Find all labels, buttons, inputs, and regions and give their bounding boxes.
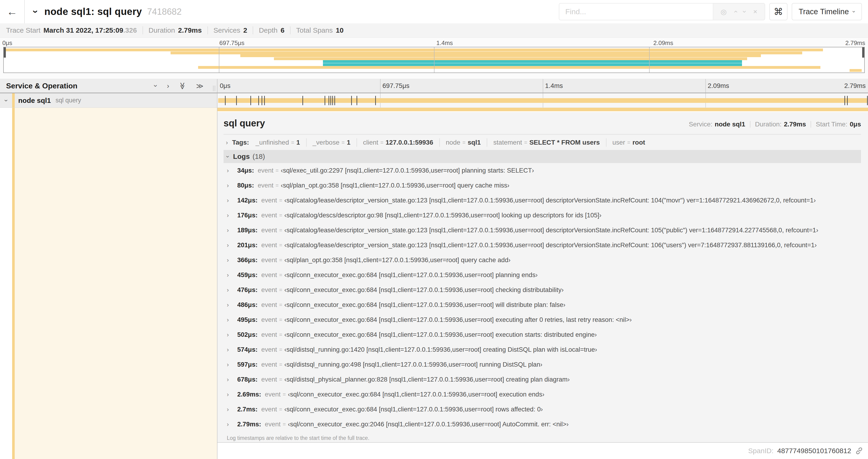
log-entry-row[interactable]: ›574μs:event=‹sql/distsql_running.go:142…	[223, 342, 861, 357]
collapse-all-icon[interactable]: ≫	[179, 82, 187, 89]
column-resize-handle[interactable]	[213, 86, 215, 91]
log-marker[interactable]	[258, 96, 259, 105]
timeline-grid-header: Service & Operation › › ≫ ≫ 0μs697.75μs1…	[0, 79, 868, 93]
log-expand-chevron-icon[interactable]: ›	[227, 331, 229, 338]
log-expand-chevron-icon[interactable]: ›	[227, 227, 229, 234]
log-expand-chevron-icon[interactable]: ›	[227, 257, 229, 264]
log-marker[interactable]	[225, 96, 226, 105]
log-expand-chevron-icon[interactable]: ›	[227, 197, 229, 204]
log-entry-row[interactable]: ›366μs:event=‹sql/plan_opt.go:358 [nsql1…	[223, 253, 861, 267]
minimap-span-bar	[323, 60, 742, 63]
log-entry-row[interactable]: ›176μs:event=‹sql/catalog/descs/descript…	[223, 208, 861, 223]
log-expand-chevron-icon[interactable]: ›	[227, 391, 229, 398]
log-entry-row[interactable]: ›597μs:event=‹sql/distsql_running.go:498…	[223, 357, 861, 372]
log-expand-chevron-icon[interactable]: ›	[227, 316, 229, 324]
detail-span-bar[interactable]	[217, 108, 868, 111]
divider	[253, 26, 253, 34]
log-entry-row[interactable]: ›459μs:event=‹sql/conn_executor_exec.go:…	[223, 267, 861, 283]
log-entry-row[interactable]: ›678μs:event=‹sql/distsql_physical_plann…	[223, 372, 861, 387]
log-expand-chevron-icon[interactable]: ›	[227, 212, 229, 219]
logs-header[interactable]: › Logs (18)	[223, 150, 861, 163]
log-marker[interactable]	[250, 96, 251, 105]
detail-meta-value: node sql1	[715, 121, 745, 128]
log-expand-chevron-icon[interactable]: ›	[227, 271, 229, 279]
link-icon[interactable]	[855, 447, 863, 455]
clear-find-icon[interactable]: ×	[753, 8, 757, 15]
log-expand-chevron-icon[interactable]: ›	[227, 167, 229, 174]
log-marker[interactable]	[867, 96, 868, 105]
log-equals: =	[279, 272, 282, 278]
log-timestamp: 597μs:	[237, 361, 257, 368]
log-expand-chevron-icon[interactable]: ›	[227, 421, 229, 428]
log-marker[interactable]	[236, 96, 237, 105]
log-entry-row[interactable]: ›486μs:event=‹sql/conn_executor_exec.go:…	[223, 297, 861, 312]
tags-expand-chevron-icon[interactable]: ›	[226, 139, 228, 146]
collapse-trace-chevron-icon[interactable]: ›	[30, 10, 41, 13]
log-marker[interactable]	[331, 96, 331, 105]
log-expand-chevron-icon[interactable]: ›	[227, 286, 229, 294]
summary-item: Depth6	[259, 26, 284, 34]
minimap-left-scrubber-handle[interactable]	[4, 47, 6, 58]
log-expand-chevron-icon[interactable]: ›	[227, 242, 229, 249]
timeline-tick-label: 2.09ms	[708, 82, 729, 90]
log-field-key: event	[261, 331, 277, 338]
log-expand-chevron-icon[interactable]: ›	[227, 182, 229, 189]
log-timestamp: 176μs:	[237, 211, 257, 219]
log-expand-chevron-icon[interactable]: ›	[227, 376, 229, 383]
log-expand-chevron-icon[interactable]: ›	[227, 346, 229, 353]
span-collapse-chevron-icon[interactable]: ›	[3, 99, 10, 101]
log-entry-row[interactable]: ›2.69ms:event=‹sql/conn_executor_exec.go…	[223, 387, 861, 402]
log-entry-row[interactable]: ›201μs:event=‹sql/catalog/lease/descript…	[223, 238, 861, 253]
expand-one-icon[interactable]: ›	[167, 82, 169, 90]
log-marker[interactable]	[264, 96, 265, 105]
log-marker[interactable]	[329, 96, 329, 105]
log-expand-chevron-icon[interactable]: ›	[227, 361, 229, 368]
tags-row[interactable]: ›Tags:_unfinished=1_verbose=1client=127.…	[223, 135, 861, 150]
log-entry-row[interactable]: ›2.79ms:event=‹sql/conn_executor_exec.go…	[223, 417, 861, 432]
minimap-canvas[interactable]	[3, 47, 865, 73]
log-marker[interactable]	[844, 96, 845, 105]
expand-all-icon[interactable]: ≫	[196, 82, 204, 90]
log-entry-row[interactable]: ›476μs:event=‹sql/conn_executor_exec.go:…	[223, 283, 861, 297]
log-entry-row[interactable]: ›502μs:event=‹sql/conn_executor_exec.go:…	[223, 327, 861, 342]
log-marker[interactable]	[332, 96, 333, 105]
log-marker[interactable]	[351, 96, 352, 105]
log-marker[interactable]	[302, 96, 303, 105]
log-entry-row[interactable]: ›189μs:event=‹sql/catalog/lease/descript…	[223, 223, 861, 238]
service-color-bar	[12, 108, 15, 459]
keyboard-shortcuts-button[interactable]: ⌘	[769, 3, 787, 20]
prev-match-icon[interactable]: ›	[731, 10, 739, 13]
log-entry-row[interactable]: ›80μs:event=‹sql/plan_opt.go:358 [nsql1,…	[223, 178, 861, 193]
log-marker[interactable]	[334, 96, 335, 105]
span-duration-bar[interactable]	[218, 98, 867, 103]
back-button[interactable]: ←	[0, 0, 25, 23]
log-entry-row[interactable]: ›2.7ms:event=‹sql/conn_executor_exec.go:…	[223, 402, 861, 417]
timeline-tick-label: 1.4ms	[545, 82, 563, 90]
minimap-gridline	[219, 47, 219, 72]
log-equals: =	[279, 347, 282, 353]
collapse-one-icon[interactable]: ›	[152, 85, 160, 87]
minimap-span-bar	[198, 66, 820, 69]
span-row-name-cell[interactable]: › node sql1 sql query	[0, 93, 217, 108]
tag-value: sql1	[468, 139, 480, 146]
minimap-right-scrubber-handle[interactable]	[862, 47, 864, 58]
log-expand-chevron-icon[interactable]: ›	[227, 406, 229, 413]
span-row-timeline-cell[interactable]	[217, 93, 868, 108]
log-marker[interactable]	[356, 96, 357, 105]
log-entry-row[interactable]: ›34μs:event=‹sql/exec_util.go:2297 [nsql…	[223, 163, 861, 178]
log-entry-row[interactable]: ›142μs:event=‹sql/catalog/lease/descript…	[223, 193, 861, 208]
summary-label: Duration	[149, 26, 175, 34]
find-input[interactable]	[559, 3, 713, 20]
service-operation-title: Service & Operation	[6, 81, 78, 90]
next-match-icon[interactable]: ›	[741, 10, 749, 13]
log-equals: =	[279, 302, 282, 308]
log-marker[interactable]	[847, 96, 848, 105]
view-selector-button[interactable]: Trace Timeline ›	[792, 3, 862, 20]
log-marker[interactable]	[261, 96, 262, 105]
log-entry-row[interactable]: ›495μs:event=‹sql/conn_executor_exec.go:…	[223, 312, 861, 327]
focus-match-icon[interactable]: ◎	[720, 8, 726, 16]
log-marker[interactable]	[375, 96, 376, 105]
log-marker[interactable]	[324, 96, 325, 105]
log-field-value: ‹sql/distsql_running.go:1420 [nsql1,clie…	[284, 346, 597, 353]
log-expand-chevron-icon[interactable]: ›	[227, 301, 229, 308]
